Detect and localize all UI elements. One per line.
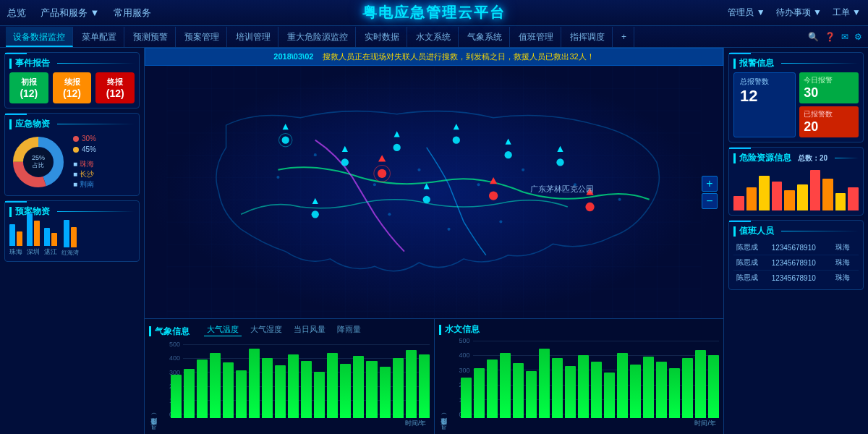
bottom-charts-panel: 气象信息 大气温度 大气湿度 当日风量 降雨量 降雨量（mm） 500: [145, 318, 723, 434]
svg-point-39: [489, 191, 498, 200]
hydrology-bar: [513, 363, 524, 418]
tab-rain[interactable]: 降雨量: [334, 323, 364, 336]
settings-icon[interactable]: ⚙: [854, 32, 862, 42]
plan-materials-chart: 珠海 深圳 湛江: [9, 221, 135, 257]
nav-training[interactable]: 培训管理: [229, 27, 278, 47]
today-warning-value: 30: [804, 85, 854, 101]
page-title: 粤电应急管理云平台: [362, 3, 506, 22]
weather-bar: [275, 365, 286, 418]
danger-bar: [746, 187, 757, 210]
tab-temp[interactable]: 大气温度: [204, 323, 242, 336]
weather-bar: [262, 358, 273, 418]
alert-bar: 2018\03\02 搜救人员正在现场对失联人员进行搜救，到发稿之日，救援人员已…: [145, 48, 723, 66]
hydrology-bar: [656, 362, 667, 418]
search-icon[interactable]: 🔍: [808, 32, 819, 42]
nav-products[interactable]: 产品和服务 ▼: [41, 7, 99, 20]
weather-chart-card: 气象信息 大气温度 大气湿度 当日风量 降雨量 降雨量（mm） 500: [145, 319, 435, 434]
top-navigation: 总览 产品和服务 ▼ 常用服务 粤电应急管理云平台 管理员 ▼ 待办事项 ▼ 工…: [0, 0, 868, 26]
emergency-supplies-title: 应急物资: [9, 118, 135, 130]
plan-materials-card: 预案物资 珠海 深圳: [4, 200, 140, 262]
left-panel: 事件报告 初报(12) 续报(12) 终报(12) 应急物资: [0, 48, 145, 434]
warning-info-title: 报警信息: [733, 57, 859, 69]
zoom-out-button[interactable]: −: [702, 193, 718, 209]
nav-overview[interactable]: 总览: [7, 7, 26, 20]
hydrology-bars: [461, 337, 720, 418]
map-zoom-controls: + −: [702, 176, 718, 209]
nav-danger-monitor[interactable]: 重大危险源监控: [280, 27, 356, 47]
duty-table-row: 陈思成12345678910珠海: [733, 271, 859, 286]
tab-humidity[interactable]: 大气湿度: [247, 323, 285, 336]
svg-point-19: [282, 137, 289, 144]
event-buttons-group: 初报(12) 续报(12) 终报(12): [9, 72, 135, 103]
nav-forecast[interactable]: 预测预警: [126, 27, 176, 47]
weather-bar: [314, 372, 325, 418]
zoom-in-button[interactable]: +: [702, 176, 718, 192]
duty-table: 陈思成12345678910珠海陈思成12345678910珠海陈思成12345…: [733, 240, 859, 285]
weather-bar: [327, 353, 338, 418]
hydrology-bar: [578, 355, 589, 418]
tab-wind[interactable]: 当日风量: [291, 323, 328, 336]
hydrology-bar: [539, 349, 550, 418]
hydrology-bar: [708, 355, 719, 418]
total-warning-value: 12: [740, 87, 789, 106]
nav-common[interactable]: 常用服务: [114, 7, 151, 20]
weather-bar: [249, 349, 260, 418]
nav-duty[interactable]: 值班管理: [511, 27, 561, 47]
nav-pending[interactable]: 待办事项 ▼: [776, 7, 822, 19]
nav-equipment-monitor[interactable]: 设备数据监控: [6, 27, 73, 47]
svg-text:25%: 25%: [32, 154, 45, 161]
final-report-btn[interactable]: 终报(12): [95, 72, 135, 103]
nav-menu-config[interactable]: 菜单配置: [75, 27, 124, 47]
second-navigation: 设备数据监控 菜单配置 预测预警 预案管理 培训管理 重大危险源监控 实时数据 …: [0, 26, 868, 48]
initial-report-btn[interactable]: 初报(12): [9, 72, 48, 103]
nav-tools[interactable]: 工单 ▼: [833, 7, 861, 19]
hydrology-bar: [565, 366, 576, 418]
svg-rect-7: [166, 66, 701, 318]
mail-icon[interactable]: ✉: [841, 32, 848, 42]
hydrology-bar: [630, 365, 641, 418]
weather-bar-chart: 降雨量（mm） 500 400 300 200 100 0 时间/年: [149, 341, 430, 430]
svg-point-34: [423, 196, 430, 203]
weather-x-label: 时间/年: [405, 419, 427, 428]
hydrology-y-label: 降雨量（mm）: [439, 337, 448, 430]
svg-text:广东茅林匹克公园: 广东茅林匹克公园: [530, 185, 594, 194]
danger-resources-card: 危险资源信息 总数：20: [728, 147, 864, 216]
help-icon[interactable]: ❓: [825, 32, 835, 42]
weather-tabs: 大气温度 大气湿度 当日风量 降雨量: [204, 323, 364, 336]
reported-warning-label: 已报警数: [804, 109, 854, 119]
weather-bar: [380, 367, 391, 418]
nav-realtime[interactable]: 实时数据: [357, 27, 407, 47]
weather-y-label: 降雨量（mm）: [149, 341, 158, 430]
nav-weather[interactable]: 气象系统: [460, 27, 510, 47]
hydrology-chart-title: 水文信息: [439, 323, 487, 336]
nav-plan-manage[interactable]: 预案管理: [177, 27, 227, 47]
danger-bar: [848, 187, 859, 210]
hydrology-bar: [461, 378, 472, 418]
nav-add[interactable]: +: [614, 27, 634, 47]
danger-bar: [822, 179, 833, 210]
svg-point-8: [276, 176, 279, 179]
weather-bar: [210, 353, 221, 418]
weather-bar: [406, 350, 417, 418]
followup-report-btn[interactable]: 续报(12): [53, 72, 92, 103]
svg-point-10: [373, 183, 376, 186]
danger-bar: [835, 193, 846, 210]
hydrology-bar: [669, 368, 680, 418]
total-warning-box: 总报警数 12: [733, 72, 796, 137]
weather-chart-title: 气象信息: [149, 326, 197, 338]
danger-bar: [733, 196, 744, 210]
svg-point-16: [388, 213, 391, 216]
warning-info-card: 报警信息 总报警数 12 今日报警 30 已报警数 20: [728, 52, 864, 142]
nav-admin[interactable]: 管理员 ▼: [728, 7, 765, 19]
weather-bar: [223, 362, 234, 418]
nav-command[interactable]: 指挥调度: [563, 27, 613, 47]
event-report-title: 事件报告: [9, 57, 135, 69]
svg-point-9: [314, 153, 317, 156]
hydrology-bar: [487, 359, 498, 418]
weather-bar: [197, 359, 208, 418]
today-warning-box: 今日报警 30: [799, 72, 859, 103]
map-date: 2018\03\02: [273, 52, 313, 61]
nav-hydrology[interactable]: 水文系统: [409, 27, 459, 47]
right-panel: 报警信息 总报警数 12 今日报警 30 已报警数 20: [723, 48, 868, 434]
hydrology-bar: [682, 358, 693, 418]
